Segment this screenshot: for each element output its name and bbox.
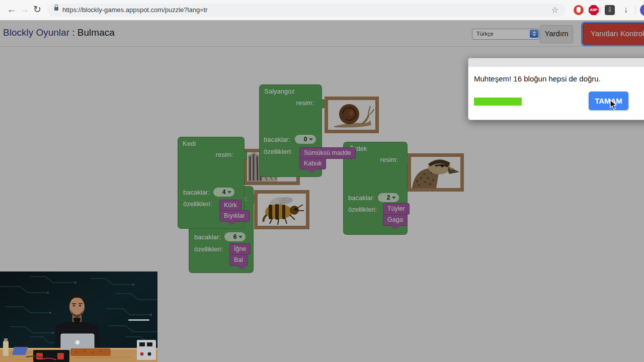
abp-icon[interactable]: ABP <box>589 5 599 15</box>
facecam-video <box>0 272 157 362</box>
address-bar[interactable]: https://blockly-games.appspot.com/puzzle… <box>47 4 566 17</box>
reload-icon[interactable]: ↻ <box>31 3 44 16</box>
mouse-cursor <box>610 100 618 113</box>
browser-toolbar: ← → ↻ https://blockly-games.appspot.com/… <box>0 0 644 21</box>
dialog-message: Muhteşem! 16 bloğun hepsi de doğru. <box>474 74 601 83</box>
ok-button[interactable]: TAMAM <box>589 92 628 110</box>
forward-icon[interactable]: → <box>18 3 31 16</box>
lock-icon <box>54 7 58 11</box>
bookmark-star-icon[interactable]: ☆ <box>551 5 558 15</box>
toolbar-separator <box>635 5 635 15</box>
dialog-drag-bar[interactable] <box>468 58 644 67</box>
adblock-icon[interactable] <box>574 5 584 15</box>
downloader-icon[interactable]: ⇩ <box>605 5 615 15</box>
profile-avatar[interactable] <box>640 4 644 16</box>
back-icon[interactable]: ← <box>5 3 18 16</box>
progress-bar <box>474 98 522 106</box>
download-arrow-icon[interactable]: ↓ <box>621 5 631 15</box>
facecam-scene <box>0 272 157 362</box>
url-text[interactable]: https://blockly-games.appspot.com/puzzle… <box>62 6 208 14</box>
